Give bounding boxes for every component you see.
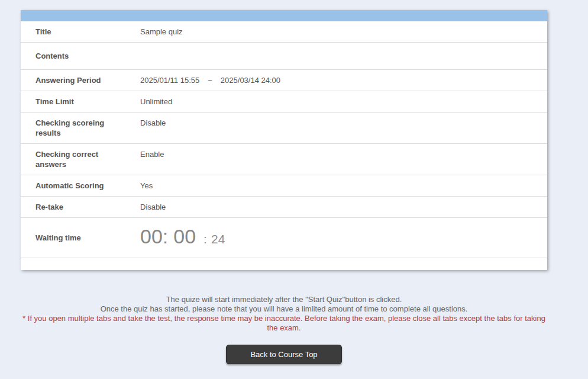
multiple-tabs-warning: * If you open multiple tabs and take the… [21, 314, 547, 333]
row-label: Checking correct answers [21, 144, 140, 175]
row-label: Contents [21, 43, 140, 69]
row-contents: Contents [21, 43, 547, 70]
row-value: Unlimited [140, 91, 547, 112]
timer-hours: 00 [140, 225, 163, 248]
row-waiting-time: Waiting time 00:00:24 [21, 218, 547, 258]
card-footer-strip [21, 258, 547, 270]
row-label: Time Limit [21, 91, 140, 112]
row-value: Disable [140, 197, 547, 217]
quiz-info-card: Title Sample quiz Contents Answering Per… [21, 10, 547, 270]
page-content: Title Sample quiz Contents Answering Per… [21, 0, 547, 364]
row-label: Re-take [21, 197, 140, 217]
card-header-bar [21, 10, 547, 21]
row-retake: Re-take Disable [21, 197, 547, 218]
timer-colon-1: : [163, 225, 168, 248]
row-checking-scoring-results: Checking scoreing results Disable [21, 113, 547, 144]
period-separator: ~ [208, 75, 212, 85]
period-to: 2025/03/14 24:00 [221, 76, 280, 85]
row-value: Sample quiz [140, 21, 547, 42]
row-value: Yes [140, 175, 547, 196]
timer-colon-2: : [203, 232, 207, 246]
button-row: Back to Course Top [21, 345, 547, 364]
row-checking-correct-answers: Checking correct answers Enable [21, 144, 547, 175]
quiz-start-note: The quize will start immediately after t… [21, 295, 547, 304]
period-from: 2025/01/11 15:55 [140, 76, 199, 85]
row-value: Disable [140, 113, 547, 143]
waiting-timer: 00:00:24 [140, 218, 547, 258]
quiz-notes: The quize will start immediately after t… [21, 295, 547, 333]
time-limit-note: Once the quiz has started, please note t… [21, 304, 547, 314]
row-value: 2025/01/11 15:55~2025/03/14 24:00 [140, 70, 547, 91]
row-time-limit: Time Limit Unlimited [21, 91, 547, 113]
row-automatic-scoring: Automatic Scoring Yes [21, 175, 547, 197]
row-value [140, 43, 547, 69]
row-value: Enable [140, 144, 547, 175]
row-label: Checking scoreing results [21, 113, 140, 143]
row-title: Title Sample quiz [21, 21, 547, 43]
timer-minutes: 00 [173, 225, 196, 248]
back-to-course-top-button[interactable]: Back to Course Top [226, 345, 341, 364]
row-label: Answering Period [21, 70, 140, 91]
row-answering-period: Answering Period 2025/01/11 15:55~2025/0… [21, 70, 547, 91]
row-label: Title [21, 21, 140, 42]
row-label: Waiting time [21, 218, 140, 258]
row-label: Automatic Scoring [21, 175, 140, 196]
timer-seconds: 24 [211, 232, 225, 246]
